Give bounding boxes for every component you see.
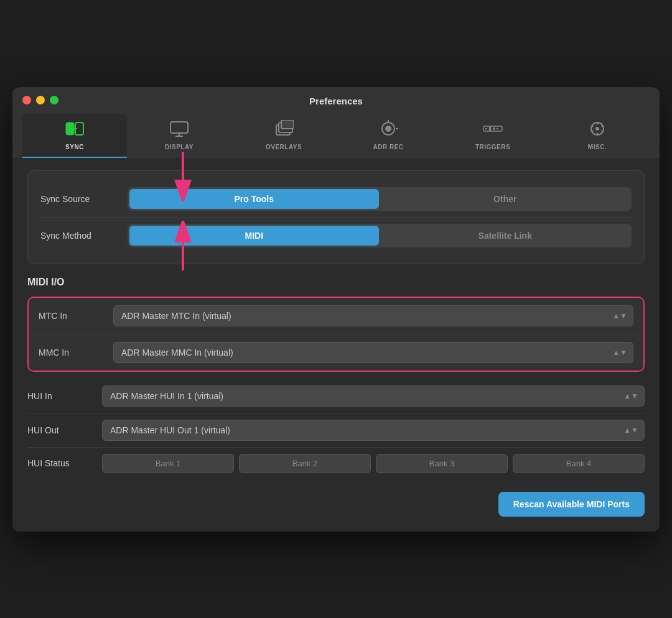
tab-display-label: DISPLAY [165, 144, 194, 150]
svg-point-21 [592, 130, 594, 132]
window-title: Preferences [309, 96, 363, 106]
bank2-btn[interactable]: Bank 2 [239, 454, 371, 473]
sync-method-label: Sync Method [40, 231, 128, 241]
hui-status-label: HUI Status [27, 458, 102, 468]
sync-source-label: Sync Source [40, 194, 128, 204]
rescan-button[interactable]: Rescan Available MIDI Ports [498, 492, 645, 517]
overlays-icon [274, 120, 294, 140]
traffic-lights [22, 96, 58, 104]
svg-point-19 [592, 125, 594, 127]
midi-io-section: MIDI I/O MTC In ADR Master MTC In (virtu… [27, 277, 645, 479]
tab-sync-label: SYNC [65, 144, 84, 150]
triggers-icon [483, 120, 503, 140]
tab-overlays[interactable]: OVERLAYS [231, 114, 336, 158]
misc-icon [587, 120, 607, 140]
mmc-in-label: MMC In [39, 348, 113, 357]
mtc-in-row: MTC In ADR Master MTC In (virtual) ▲▼ [29, 298, 643, 334]
adr-rec-icon [378, 120, 398, 140]
mtc-in-label: MTC In [39, 311, 113, 321]
sync-source-control: Pro Tools Other [128, 187, 632, 211]
mtc-in-select-wrapper: ADR Master MTC In (virtual) ▲▼ [113, 305, 633, 326]
maximize-button[interactable] [50, 96, 58, 104]
svg-point-16 [595, 127, 599, 131]
content-area: Sync Source Pro Tools Other Sync Method … [12, 158, 660, 532]
midi-io-title: MIDI I/O [27, 277, 645, 288]
midi-highlighted-box: MTC In ADR Master MTC In (virtual) ▲▼ MM… [27, 297, 645, 372]
hui-out-select-wrapper: ADR Master HUI Out 1 (virtual) ▲▼ [102, 420, 645, 441]
svg-rect-7 [281, 120, 294, 129]
svg-rect-2 [170, 122, 188, 133]
sync-method-control: MIDI Satellite Link [128, 224, 632, 247]
sync-source-pro-tools-btn[interactable]: Pro Tools [129, 189, 379, 209]
display-icon [169, 120, 189, 140]
tab-sync[interactable]: SYNC [22, 114, 127, 158]
minimize-button[interactable] [36, 96, 45, 104]
tab-adr-rec[interactable]: ADR REC [336, 114, 441, 158]
sync-icon [65, 120, 85, 140]
tab-bar: SYNC DISPLAY [22, 114, 650, 158]
sync-method-satellite-btn[interactable]: Satellite Link [381, 226, 630, 246]
close-button[interactable] [22, 96, 31, 104]
mmc-in-select-wrapper: ADR Master MMC In (virtual) ▲▼ [113, 342, 633, 363]
bank-group: Bank 1 Bank 2 Bank 3 Bank 4 [102, 454, 645, 473]
svg-rect-13 [493, 127, 495, 130]
tab-misc[interactable]: MISC. [545, 114, 650, 158]
hui-out-label: HUI Out [27, 425, 102, 435]
hui-out-select[interactable]: ADR Master HUI Out 1 (virtual) [102, 420, 645, 441]
bank1-btn[interactable]: Bank 1 [102, 454, 234, 473]
preferences-window: Preferences SYNC [12, 87, 660, 532]
hui-out-row: HUI Out ADR Master HUI Out 1 (virtual) ▲… [27, 413, 645, 447]
sync-source-other-btn[interactable]: Other [381, 189, 630, 209]
svg-rect-14 [497, 128, 498, 129]
bank3-btn[interactable]: Bank 3 [376, 454, 508, 473]
svg-point-22 [602, 130, 604, 132]
mmc-in-row: MMC In ADR Master MMC In (virtual) ▲▼ [29, 334, 643, 371]
svg-point-9 [385, 126, 391, 132]
hui-status-row: HUI Status Bank 1 Bank 2 Bank 3 Bank 4 [27, 447, 645, 479]
bank4-btn[interactable]: Bank 4 [513, 454, 645, 473]
sync-source-row: Sync Source Pro Tools Other [40, 181, 632, 217]
tab-overlays-label: OVERLAYS [266, 144, 302, 150]
sync-method-midi-btn[interactable]: MIDI [129, 226, 379, 246]
tab-adr-rec-label: ADR REC [373, 144, 403, 150]
tab-triggers-label: TRIGGERS [475, 144, 510, 150]
svg-rect-11 [485, 128, 487, 129]
sync-method-row: Sync Method MIDI Satellite Link [40, 217, 632, 254]
hui-in-label: HUI In [27, 391, 102, 401]
svg-point-20 [602, 125, 604, 127]
bottom-row: Rescan Available MIDI Ports [27, 492, 645, 517]
sync-settings-box: Sync Source Pro Tools Other Sync Method … [27, 170, 645, 264]
hui-in-select-wrapper: ADR Master HUI In 1 (virtual) ▲▼ [102, 385, 645, 407]
hui-in-row: HUI In ADR Master HUI In 1 (virtual) ▲▼ [27, 379, 645, 413]
hui-in-select[interactable]: ADR Master HUI In 1 (virtual) [102, 385, 645, 407]
titlebar: Preferences SYNC [12, 87, 660, 158]
svg-point-17 [597, 122, 599, 124]
svg-rect-12 [489, 127, 491, 131]
mtc-in-select[interactable]: ADR Master MTC In (virtual) [113, 305, 633, 326]
tab-misc-label: MISC. [588, 144, 607, 150]
tab-triggers[interactable]: TRIGGERS [441, 114, 545, 158]
mmc-in-select[interactable]: ADR Master MMC In (virtual) [113, 342, 633, 363]
svg-point-18 [597, 132, 599, 134]
